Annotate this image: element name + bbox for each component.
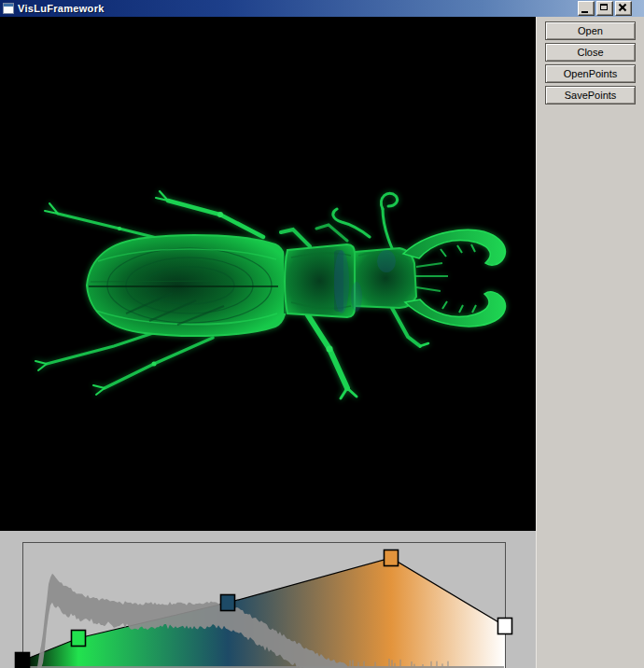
application-window: VisLuFramework	[0, 0, 644, 668]
minimize-button[interactable]	[578, 1, 595, 16]
minimize-icon	[581, 11, 588, 13]
tf-control-point-1[interactable]	[72, 631, 86, 647]
maximize-button[interactable]	[596, 1, 613, 16]
side-panel: Open Close OpenPoints SavePoints	[536, 17, 644, 668]
window-controls	[578, 1, 632, 16]
beetle-rendering	[0, 17, 536, 531]
transfer-function-panel	[0, 531, 536, 668]
app-icon	[3, 3, 14, 14]
title-bar: VisLuFramework	[0, 0, 644, 17]
window-title: VisLuFramework	[18, 3, 578, 14]
close-button[interactable]	[615, 1, 632, 16]
savepoints-button[interactable]: SavePoints	[545, 86, 636, 104]
tf-control-point-4[interactable]	[498, 619, 512, 634]
render-viewport[interactable]	[0, 17, 536, 531]
tf-control-point-0[interactable]	[16, 653, 30, 668]
tf-control-point-3[interactable]	[385, 550, 399, 566]
maximize-icon	[600, 4, 608, 10]
transfer-function-editor[interactable]	[0, 531, 536, 668]
tf-control-point-2[interactable]	[221, 595, 235, 611]
close-file-button[interactable]: Close	[545, 43, 636, 62]
openpoints-button[interactable]: OpenPoints	[545, 64, 636, 83]
open-button[interactable]: Open	[545, 21, 636, 40]
